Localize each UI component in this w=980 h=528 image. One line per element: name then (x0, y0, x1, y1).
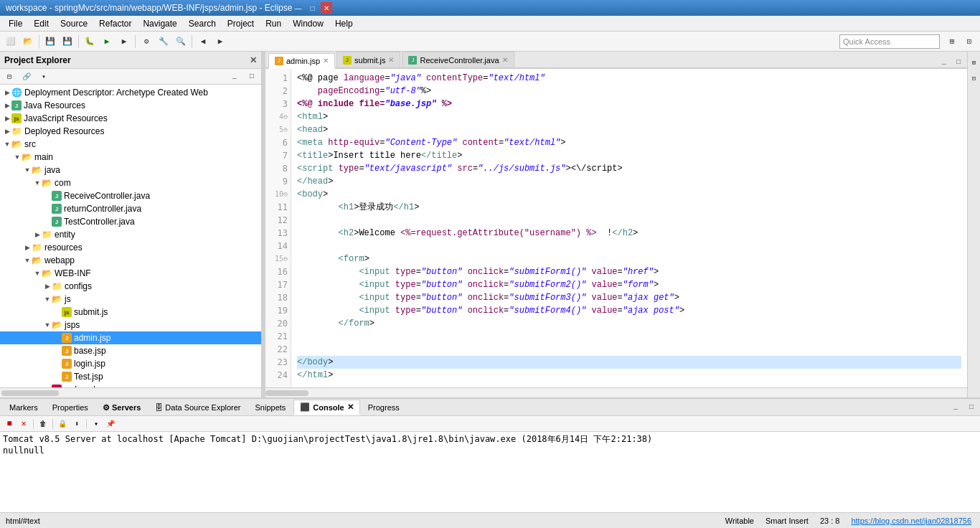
menu-help[interactable]: Help (329, 16, 359, 31)
tree-item[interactable]: ▶📁entity (0, 228, 261, 241)
console-clear-button[interactable]: 🗑 (37, 418, 50, 430)
toolbar-debug[interactable]: 🐛 (82, 34, 98, 50)
tree-item[interactable]: Jbase.jsp (0, 344, 261, 357)
console-scroll-lock[interactable]: 🔒 (56, 418, 69, 430)
tree-item[interactable]: Jadmin.jsp (0, 331, 261, 344)
tab-datasource[interactable]: 🗄 Data Source Explorer (149, 400, 247, 415)
close-button[interactable]: ✕ (321, 2, 332, 14)
editor-minimize[interactable]: _ (938, 56, 950, 67)
toolbar-save-all[interactable]: 💾 (60, 34, 75, 50)
tree-arrow[interactable]: ▶ (3, 89, 11, 96)
menu-run[interactable]: Run (260, 16, 287, 31)
tree-arrow[interactable]: ▶ (3, 115, 11, 122)
pe-collapse-all[interactable]: ⊟ (1, 69, 17, 85)
console-pin[interactable]: 📌 (104, 418, 117, 430)
tab-snippets[interactable]: Snippets (249, 400, 293, 415)
tree-arrow[interactable]: ▶ (3, 128, 11, 135)
tab-markers[interactable]: Markers (3, 400, 44, 415)
tree-arrow[interactable]: ▶ (33, 231, 42, 238)
code-content[interactable]: 1234⊖5⊖678910⊖1112131415⊖161718192021222… (265, 69, 967, 387)
editor-maximize[interactable]: □ (953, 56, 964, 67)
tree-arrow[interactable]: ▼ (33, 270, 42, 277)
editor-horizontal-scrollbar[interactable] (265, 387, 967, 397)
toolbar-view-btn2[interactable]: ⊡ (961, 34, 977, 50)
bottom-minimize[interactable]: _ (950, 402, 961, 413)
toolbar-new[interactable]: ⬜ (3, 34, 19, 50)
toolbar-forward[interactable]: ▶ (212, 34, 228, 50)
tree-item[interactable]: ▼📂com (0, 176, 261, 189)
tab-close-admin[interactable]: ✕ (323, 57, 329, 65)
pe-link-editor[interactable]: 🔗 (19, 69, 34, 85)
tree-item[interactable]: ▶jsJavaScript Resources (0, 112, 261, 125)
right-btn1[interactable]: ⊞ (966, 55, 981, 70)
toolbar-btn2[interactable]: 🔧 (156, 34, 171, 50)
menu-edit[interactable]: Edit (28, 16, 55, 31)
pe-horizontal-scrollbar[interactable] (0, 387, 261, 397)
menu-window[interactable]: Window (287, 16, 329, 31)
pe-maximize[interactable]: □ (244, 69, 260, 85)
tree-arrow[interactable]: ▼ (23, 257, 32, 264)
tab-console[interactable]: ⬛ Console ✕ (293, 400, 359, 415)
restore-button[interactable]: □ (306, 2, 318, 14)
right-btn2[interactable]: ⊡ (966, 70, 981, 86)
toolbar-view-btn1[interactable]: ⊞ (944, 34, 960, 50)
toolbar-back[interactable]: ◀ (195, 34, 211, 50)
code-lines[interactable]: <%@ page language="java" contentType="te… (291, 69, 967, 387)
tab-receive-java[interactable]: J ReceiveController.java ✕ (402, 52, 514, 67)
tree-item[interactable]: ▼📂src (0, 138, 261, 151)
tab-submit-js[interactable]: J submit.js ✕ (336, 52, 400, 67)
tree-item[interactable]: ▼📂WEB-INF (0, 267, 261, 280)
tree-arrow[interactable]: ▼ (43, 321, 52, 329)
tree-item[interactable]: ▼📂webapp (0, 254, 261, 267)
tree-item[interactable]: JTestController.java (0, 215, 261, 228)
tree-item[interactable]: ▶🌐Deployment Descriptor: Archetype Creat… (0, 86, 261, 99)
bottom-maximize[interactable]: □ (966, 402, 977, 413)
tree-arrow[interactable]: ▶ (23, 244, 32, 251)
toolbar-open[interactable]: 📂 (20, 34, 36, 50)
toolbar-run[interactable]: ▶ (99, 34, 115, 50)
tree-item[interactable]: jssubmit.js (0, 306, 261, 319)
tab-properties[interactable]: Properties (46, 400, 95, 415)
console-stop-button[interactable]: ■ (3, 418, 16, 430)
tree-arrow[interactable]: ▶ (3, 102, 11, 109)
tree-arrow[interactable]: ▼ (33, 179, 42, 187)
minimize-button[interactable]: — (292, 2, 303, 14)
tree-item[interactable]: JreturnController.java (0, 202, 261, 215)
tree-arrow[interactable]: ▼ (23, 166, 32, 174)
console-scroll-end[interactable]: ⬇ (70, 418, 83, 430)
menu-navigate[interactable]: Navigate (137, 16, 182, 31)
pe-menu[interactable]: ▾ (36, 69, 52, 85)
menu-refactor[interactable]: Refactor (93, 16, 137, 31)
console-terminate-button[interactable]: ✕ (17, 418, 30, 430)
tree-item[interactable]: ▶📁Deployed Resources (0, 125, 261, 138)
tree-item[interactable]: ▼📂java (0, 164, 261, 176)
toolbar-run2[interactable]: ▶ (116, 34, 132, 50)
tree-item[interactable]: ▶JJava Resources (0, 99, 261, 112)
console-tab-close[interactable]: ✕ (347, 402, 354, 412)
tree-item[interactable]: JTest.jsp (0, 370, 261, 383)
tab-admin-jsp[interactable]: J admin.jsp ✕ (268, 53, 335, 69)
menu-search[interactable]: Search (183, 16, 222, 31)
pe-minimize[interactable]: _ (227, 69, 242, 85)
tab-progress[interactable]: Progress (362, 400, 406, 415)
tree-arrow[interactable]: ▼ (43, 296, 52, 303)
menu-project[interactable]: Project (222, 16, 260, 31)
console-view-menu[interactable]: ▾ (90, 418, 103, 430)
tree-item[interactable]: ▼📂js (0, 293, 261, 306)
tree-arrow[interactable]: ▼ (3, 141, 11, 148)
toolbar-btn3[interactable]: 🔍 (173, 34, 189, 50)
menu-source[interactable]: Source (55, 16, 93, 31)
tree-item[interactable]: ▶📁resources (0, 241, 261, 254)
tab-close-receive[interactable]: ✕ (502, 56, 508, 64)
tree-item[interactable]: ▶📁configs (0, 280, 261, 293)
tree-item[interactable]: Jlogin.jsp (0, 357, 261, 370)
tree-arrow[interactable]: ▼ (13, 154, 22, 161)
toolbar-btn1[interactable]: ⚙ (138, 34, 154, 50)
quick-access-box[interactable]: Quick Access (839, 34, 940, 49)
toolbar-save[interactable]: 💾 (42, 34, 58, 50)
tree-item[interactable]: ▼📂jsps (0, 319, 261, 331)
tree-arrow[interactable]: ▶ (43, 283, 52, 290)
tree-item[interactable]: ▼📂main (0, 151, 261, 164)
tree-item[interactable]: JReceiveController.java (0, 189, 261, 202)
menu-file[interactable]: File (3, 16, 28, 31)
